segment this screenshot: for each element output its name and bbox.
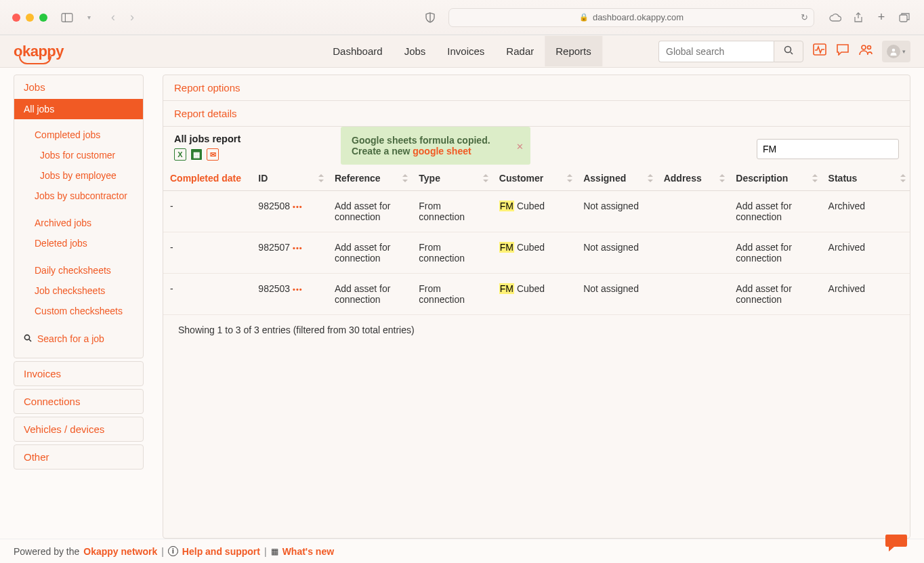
entries-info: Showing 1 to 3 of 3 entries (filtered fr… [163,315,910,335]
col-customer[interactable]: Customer [492,166,576,191]
forward-icon[interactable]: › [125,10,140,25]
report-head: All jobs report X ▦ ✉ Google sheets form… [163,127,910,163]
cell-status: Archived [822,191,910,232]
cloud-icon[interactable] [828,10,843,25]
lock-icon: 🔒 [579,13,589,22]
col-reference[interactable]: Reference [328,166,412,191]
cell-reference: Add asset for connection [328,274,412,315]
sidebar-item-deleted-jobs[interactable]: Deleted jobs [14,233,143,253]
new-tab-icon[interactable]: + [874,10,889,25]
main-nav: Dashboard Jobs Invoices Radar Reports [322,36,602,66]
col-completed-date[interactable]: Completed date [163,166,251,191]
global-search-input[interactable] [658,41,774,62]
sidebar-title-vehicles[interactable]: Vehicles / devices [14,417,143,441]
caret-down-icon: ▾ [902,48,906,55]
sidebar-title-invoices[interactable]: Invoices [14,362,143,385]
row-menu-icon[interactable]: ••• [293,244,303,252]
export-excel-icon[interactable]: X [174,148,186,161]
table-filter-input[interactable] [757,139,899,159]
sidebar-toggle-icon[interactable] [60,10,75,25]
minimize-window-icon[interactable] [26,14,34,22]
report-table: Completed date ID Reference Type Custome… [163,166,910,315]
svg-point-7 [862,45,866,49]
chat-bubble-icon[interactable] [885,533,908,558]
svg-line-5 [791,52,793,54]
url-bar[interactable]: 🔒 dashboard.okappy.com ↻ [448,8,814,27]
avatar-icon [887,45,900,58]
svg-point-9 [892,48,896,51]
cell-assigned: Not assigned [576,274,656,315]
sidebar-item-custom-checksheets[interactable]: Custom checksheets [14,301,143,321]
cell-reference: Add asset for connection [328,232,412,274]
cell-customer: FM Cubed [492,191,576,232]
cell-type: From connection [412,232,492,274]
col-type[interactable]: Type [412,166,492,191]
cell-type: From connection [412,191,492,232]
nav-radar[interactable]: Radar [495,36,545,66]
sidebar-title-jobs[interactable]: Jobs [14,75,143,99]
cell-status: Archived [822,232,910,274]
privacy-shield-icon[interactable] [423,10,438,25]
reload-icon[interactable]: ↻ [801,12,808,22]
sidebar-title-other[interactable]: Other [14,445,143,469]
logo[interactable]: okappy [14,43,64,60]
export-gsheet-icon[interactable]: ▦ [190,148,203,161]
divider: | [161,546,164,557]
sidebar-item-daily-checksheets[interactable]: Daily checksheets [14,260,143,280]
info-icon: i [168,546,178,556]
activity-icon[interactable] [813,43,826,59]
user-menu[interactable]: ▾ [882,41,910,62]
sidebar-item-completed-jobs[interactable]: Completed jobs [14,125,143,145]
col-assigned[interactable]: Assigned [576,166,656,191]
back-icon[interactable]: ‹ [106,10,121,25]
col-address[interactable]: Address [657,166,730,191]
export-email-icon[interactable]: ✉ [207,148,219,161]
contacts-icon[interactable] [859,43,873,59]
nav-jobs[interactable]: Jobs [394,36,437,66]
chat-icon[interactable] [836,43,849,59]
sidebar-search-job[interactable]: Search for a job [14,328,143,350]
col-id[interactable]: ID [251,166,328,191]
row-menu-icon[interactable]: ••• [293,203,303,211]
cell-customer: FM Cubed [492,232,576,274]
svg-point-8 [868,46,871,49]
global-search-button[interactable] [774,41,803,62]
row-menu-icon[interactable]: ••• [293,285,303,293]
window-controls [12,14,47,22]
nav-dashboard[interactable]: Dashboard [322,36,393,66]
col-description[interactable]: Description [729,166,821,191]
svg-rect-3 [900,15,907,22]
col-status[interactable]: Status [822,166,910,191]
sidebar-title-connections[interactable]: Connections [14,390,143,413]
close-window-icon[interactable] [12,14,20,22]
maximize-window-icon[interactable] [39,14,47,22]
chevron-down-icon[interactable]: ▾ [81,10,96,25]
nav-reports[interactable]: Reports [545,36,602,66]
toast-notification: Google sheets formula copied. Create a n… [341,127,530,165]
footer-network-link[interactable]: Okappy network [83,546,157,557]
report-details-bar[interactable]: Report details [163,101,910,127]
cell-address [657,232,730,274]
cell-address [657,191,730,232]
table-row: -982503•••Add asset for connectionFrom c… [163,274,910,315]
toast-close-icon[interactable]: ✕ [516,142,524,152]
sidebar-item-job-checksheets[interactable]: Job checksheets [14,280,143,301]
tabs-overview-icon[interactable] [897,10,912,25]
sidebar-item-all-jobs[interactable]: All jobs [14,99,143,119]
toast-google-sheet-link[interactable]: google sheet [413,146,471,157]
sidebar-item-jobs-by-employee[interactable]: Jobs by employee [14,165,143,186]
nav-invoices[interactable]: Invoices [436,36,495,66]
sidebar-item-jobs-for-customer[interactable]: Jobs for customer [14,145,143,165]
cell-completed: - [163,191,251,232]
browser-chrome: ▾ ‹ › 🔒 dashboard.okappy.com ↻ + [0,0,924,35]
report-options-bar[interactable]: Report options [163,75,910,101]
app-header: okappy Dashboard Jobs Invoices Radar Rep… [0,35,924,68]
cell-status: Archived [822,274,910,315]
share-icon[interactable] [851,10,866,25]
sidebar-search-label: Search for a job [37,333,104,344]
footer-help-link[interactable]: Help and support [182,546,260,557]
cell-assigned: Not assigned [576,191,656,232]
footer-whats-new-link[interactable]: What's new [282,546,334,557]
sidebar-item-jobs-by-subcontractor[interactable]: Jobs by subcontractor [14,186,143,206]
sidebar-item-archived-jobs[interactable]: Archived jobs [14,213,143,233]
